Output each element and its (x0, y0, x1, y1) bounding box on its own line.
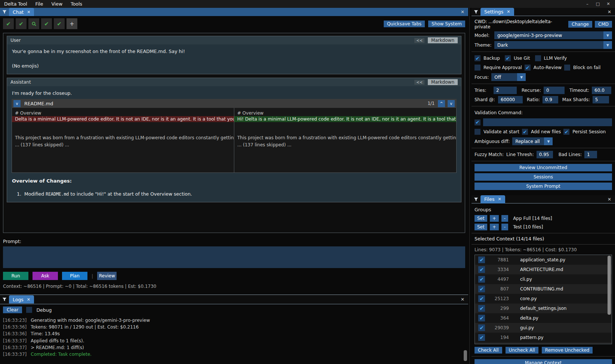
clear-logs-button[interactable]: Clear (3, 307, 22, 313)
menu-file[interactable]: File (31, 0, 47, 8)
file-checkbox[interactable] (478, 286, 485, 292)
ask-button[interactable]: Ask (33, 272, 58, 280)
file-row[interactable]: 25123core.py (475, 294, 612, 304)
review-button[interactable]: Review (97, 272, 117, 280)
file-checkbox[interactable] (478, 256, 485, 263)
filter-icon[interactable] (472, 10, 480, 14)
manage-context-button[interactable]: Manage Context (475, 359, 612, 364)
file-row[interactable]: 3334ARCHITECTURE.md (475, 265, 612, 274)
menu-delta-tool[interactable]: Delta Tool (0, 0, 31, 8)
check-all-button[interactable]: Check All (475, 347, 502, 354)
use-git-checkbox[interactable] (505, 55, 511, 61)
file-row[interactable]: 29039gui.py (475, 323, 612, 333)
tab-settings[interactable]: Settings ✕ (480, 8, 514, 16)
approve-tab-button-2[interactable]: ✔ (16, 18, 27, 29)
validation-checkbox[interactable] (475, 119, 480, 125)
menu-view[interactable]: View (47, 0, 67, 8)
file-list-scrollbar-thumb[interactable] (608, 256, 611, 315)
diff-prev-button[interactable]: ^ (438, 100, 445, 107)
theme-dropdown[interactable]: Dark ▼ (494, 41, 612, 49)
block-on-fail-checkbox[interactable] (564, 65, 570, 71)
quicksave-tabs-button[interactable]: Quicksave Tabs (384, 21, 425, 27)
ambiguous-diff-dropdown[interactable]: Replace all ▼ (512, 137, 553, 145)
file-checkbox[interactable] (478, 334, 485, 341)
persist-session-checkbox[interactable] (563, 129, 569, 135)
files-panel-close-icon[interactable]: ✕ (608, 197, 611, 202)
validation-command-input[interactable] (483, 118, 612, 126)
file-row[interactable]: 364delta.py (475, 313, 612, 323)
auto-review-checkbox[interactable] (525, 65, 531, 71)
remove-group-button[interactable]: - (501, 224, 508, 230)
change-cwd-button[interactable]: Change (568, 21, 592, 28)
filter-icon[interactable] (0, 297, 9, 302)
set-group-button[interactable]: Set (475, 224, 487, 230)
add-group-button[interactable]: + (490, 215, 499, 222)
markdown-toggle-button[interactable]: Markdown (428, 37, 458, 43)
file-checkbox[interactable] (478, 266, 485, 273)
ratio-input[interactable]: 0.9 (543, 96, 558, 103)
set-group-button[interactable]: Set (475, 215, 487, 222)
approve-tab-button-3[interactable]: ✔ (41, 18, 52, 29)
file-row[interactable]: 299default_settings.json (475, 304, 612, 313)
file-checkbox[interactable] (478, 344, 485, 344)
logs-scrollbar-thumb[interactable] (464, 350, 467, 361)
file-row[interactable]: 194pattern.py (475, 333, 612, 342)
approve-tab-button-1[interactable]: ✔ (3, 18, 14, 29)
diff-next-button[interactable]: v (448, 100, 455, 107)
recurse-input[interactable]: 0 (544, 87, 565, 94)
menu-tools[interactable]: Tools (67, 0, 86, 8)
require-approval-checkbox[interactable] (475, 65, 480, 71)
file-row[interactable]: 7881application_state.py (475, 255, 612, 265)
llm-verify-checkbox[interactable] (535, 55, 541, 61)
search-tab-button[interactable] (28, 18, 39, 29)
minimize-button[interactable]: – (583, 1, 592, 7)
tab-chat-close-icon[interactable]: ✕ (27, 10, 30, 15)
focus-dropdown[interactable]: Off ▼ (491, 73, 526, 81)
file-row[interactable]: 807CONTRIBUTING.md (475, 284, 612, 294)
tab-logs-close-icon[interactable]: ✕ (27, 297, 30, 302)
file-checkbox[interactable] (478, 305, 485, 312)
tab-chat[interactable]: Chat ✕ (9, 8, 34, 16)
file-checkbox[interactable] (478, 324, 485, 331)
show-system-button[interactable]: Show System (428, 21, 465, 27)
maximize-button[interactable]: □ (593, 1, 602, 7)
logs-panel-close-icon[interactable]: ✕ (461, 297, 464, 302)
line-thresh-input[interactable]: 0.95 (537, 151, 553, 158)
review-uncommitted-button[interactable]: Review Uncommitted (475, 164, 612, 171)
tries-input[interactable]: 2 (494, 87, 517, 94)
filter-icon[interactable] (0, 10, 9, 14)
add-new-files-checkbox[interactable] (522, 129, 528, 135)
timeout-input[interactable]: 60.0 (592, 87, 611, 94)
file-checkbox[interactable] (478, 276, 485, 283)
settings-panel-close-icon[interactable]: ✕ (608, 9, 611, 15)
collapse-message-button[interactable]: << (414, 38, 424, 43)
new-tab-button[interactable]: + (67, 18, 77, 29)
file-checkbox[interactable] (478, 315, 485, 321)
debug-checkbox[interactable] (26, 307, 32, 313)
cmd-button[interactable]: CMD (595, 21, 612, 28)
model-dropdown[interactable]: google/gemini-3-pro-preview ▼ (494, 31, 612, 39)
validate-at-start-checkbox[interactable] (475, 129, 480, 135)
file-row[interactable]: 4497cli.py (475, 274, 612, 284)
backup-checkbox[interactable] (475, 55, 480, 61)
run-button[interactable]: Run (3, 272, 28, 280)
collapse-message-button[interactable]: << (414, 80, 424, 85)
filter-icon[interactable] (472, 197, 480, 202)
prompt-input[interactable] (3, 246, 465, 268)
close-button[interactable]: ✕ (604, 1, 613, 7)
remove-unchecked-button[interactable]: Remove Unchecked (542, 347, 593, 354)
system-prompt-button[interactable]: System Prompt (475, 183, 612, 190)
shard-at-input[interactable]: 60000 (498, 96, 523, 103)
tab-files[interactable]: Files ✕ (480, 195, 505, 203)
diff-collapse-button[interactable]: v (13, 100, 21, 107)
bad-lines-input[interactable]: 1 (584, 151, 597, 158)
sessions-button[interactable]: Sessions (475, 173, 612, 181)
chat-history[interactable]: User << Markdown Your'e gonna be in my s… (3, 33, 465, 233)
max-shards-input[interactable]: 5 (593, 96, 609, 103)
chat-panel-close-icon[interactable]: ✕ (461, 9, 464, 15)
tab-files-close-icon[interactable]: ✕ (498, 197, 501, 202)
markdown-toggle-button[interactable]: Markdown (428, 79, 458, 85)
tab-settings-close-icon[interactable]: ✕ (507, 9, 510, 14)
file-checkbox[interactable] (478, 295, 485, 302)
add-group-button[interactable]: + (490, 224, 499, 230)
